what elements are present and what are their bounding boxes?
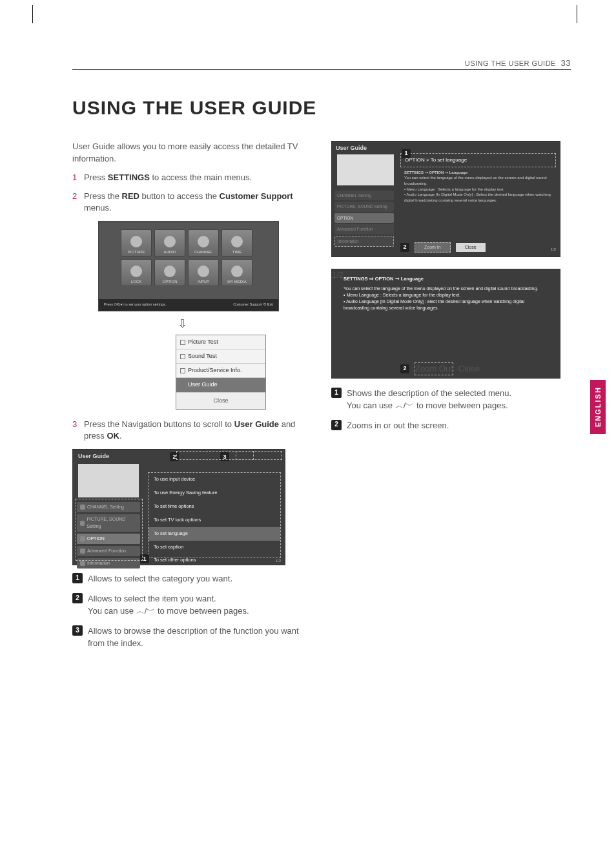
tile-option: OPTION — [154, 259, 185, 286]
page-title: USING THE USER GUIDE — [72, 97, 316, 119]
step-3: 3 Press the Navigation buttons to scroll… — [72, 419, 312, 443]
legend-r2: 2 Zooms in or out the screen. — [331, 420, 571, 432]
screenshot-user-guide-list: User Guide CHANNEL Setting PICTURE, SOUN… — [72, 449, 285, 565]
preview-box — [78, 464, 139, 497]
screenshot-customer-support-popup: Picture Test Sound Test Product/Service … — [176, 335, 266, 409]
right-column: User Guide CHANNEL Setting PICTURE, SOUN… — [331, 141, 571, 649]
tile-lock: LOCK — [121, 259, 152, 286]
screenshot-settings-menu: PICTURE AUDIO CHANNEL TIME LOCK OPTION I… — [98, 221, 279, 311]
tile-mymedia: MY MEDIA — [221, 259, 252, 286]
screenshot-user-guide-zoomed: SETTINGS ⇨ OPTION ➙ Language You can sel… — [331, 269, 560, 379]
tile-channel: CHANNEL — [188, 229, 219, 256]
crop-mark — [577, 5, 577, 23]
legend-r1: 1 Shows the description of the selected … — [331, 388, 571, 412]
left-column: User Guide allows you to more easily acc… — [72, 141, 312, 649]
step-1: 1 Press SETTINGS to access the main menu… — [72, 172, 312, 184]
legend-3: 3 Allows to browse the description of th… — [72, 625, 312, 650]
crop-mark — [32, 5, 33, 23]
intro-text: User Guide allows you to more easily acc… — [72, 141, 312, 165]
screenshot-user-guide-detail: User Guide CHANNEL Setting PICTURE, SOUN… — [331, 141, 560, 257]
down-arrow-icon: ⇩ — [176, 315, 189, 332]
tile-picture: PICTURE — [121, 229, 152, 256]
page-header: USING THE USER GUIDE 33 — [72, 58, 571, 70]
tile-input: INPUT — [188, 259, 219, 286]
tile-audio: AUDIO — [154, 229, 185, 256]
legend-2: 2 Allows to select the item you want.You… — [72, 593, 312, 618]
tile-time: TIME — [221, 229, 252, 256]
page-number: 33 — [561, 58, 571, 68]
step-2: 2 Press the RED button to access the Cus… — [72, 191, 312, 215]
header-section: USING THE USER GUIDE — [465, 59, 556, 67]
legend-1: 1 Allows to select the category you want… — [72, 573, 312, 585]
language-tab: ENGLISH — [590, 380, 606, 434]
